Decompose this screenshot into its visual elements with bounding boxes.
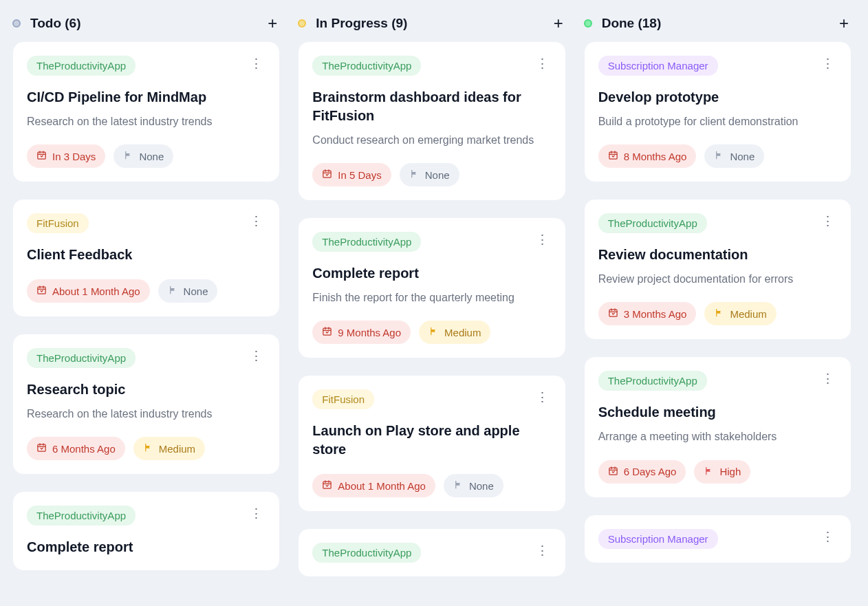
task-card[interactable]: FitFusion⋮Launch on Play store and apple… — [298, 375, 565, 512]
card-title: CI/CD Pipeline for MindMap — [27, 88, 265, 107]
due-date-chip[interactable]: 6 Days Ago — [598, 460, 686, 484]
add-card-button[interactable]: + — [550, 15, 567, 32]
priority-chip[interactable]: None — [113, 144, 173, 168]
status-dot-icon — [584, 19, 592, 28]
due-date-chip[interactable]: About 1 Month Ago — [27, 279, 150, 303]
task-card[interactable]: FitFusion⋮Client FeedbackAbout 1 Month A… — [12, 199, 280, 317]
card-top: Subscription Manager⋮ — [598, 529, 837, 549]
priority-text: Medium — [159, 443, 195, 455]
project-tag[interactable]: TheProductivityApp — [312, 543, 421, 563]
task-card[interactable]: TheProductivityApp⋮Complete reportFinish… — [298, 217, 565, 358]
project-tag[interactable]: Subscription Manager — [598, 529, 718, 549]
task-card[interactable]: Subscription Manager⋮ — [584, 515, 851, 563]
project-tag[interactable]: TheProductivityApp — [312, 232, 421, 252]
card-more-icon[interactable]: ⋮ — [533, 56, 552, 72]
project-tag[interactable]: Subscription Manager — [598, 56, 718, 76]
task-card[interactable]: TheProductivityApp⋮Research topicResearc… — [12, 334, 280, 475]
chip-row: About 1 Month AgoNone — [312, 474, 551, 497]
priority-chip[interactable]: High — [694, 460, 750, 484]
card-more-icon[interactable]: ⋮ — [533, 232, 552, 248]
add-card-button[interactable]: + — [835, 15, 853, 32]
project-tag[interactable]: TheProductivityApp — [27, 56, 135, 76]
task-card[interactable]: TheProductivityApp⋮ — [298, 528, 565, 577]
calendar-icon — [608, 150, 618, 162]
calendar-icon — [322, 326, 332, 338]
project-tag[interactable]: TheProductivityApp — [598, 213, 707, 233]
due-date-chip[interactable]: About 1 Month Ago — [312, 474, 435, 497]
priority-text: None — [425, 169, 450, 181]
priority-text: None — [184, 285, 208, 297]
card-top: TheProductivityApp⋮ — [312, 543, 551, 563]
card-title: Research topic — [27, 380, 265, 399]
chip-row: About 1 Month AgoNone — [27, 279, 265, 303]
status-dot-icon — [12, 19, 21, 28]
task-card[interactable]: TheProductivityApp⋮Complete report — [12, 491, 280, 571]
card-top: TheProductivityApp⋮ — [312, 232, 551, 252]
due-date-chip[interactable]: 6 Months Ago — [27, 437, 125, 460]
priority-text: None — [139, 151, 164, 162]
priority-chip[interactable]: None — [704, 144, 764, 168]
card-more-icon[interactable]: ⋮ — [247, 506, 265, 521]
project-tag[interactable]: TheProductivityApp — [598, 371, 707, 391]
column-scroll[interactable]: TheProductivityApp⋮Brainstorm dashboard … — [298, 41, 569, 592]
project-tag[interactable]: TheProductivityApp — [27, 506, 135, 526]
project-tag[interactable]: FitFusion — [312, 389, 374, 409]
priority-chip[interactable]: Medium — [133, 437, 205, 460]
card-description: Finish the report for the quarterly meet… — [312, 290, 551, 305]
card-title: Develop prototype — [598, 88, 837, 107]
card-more-icon[interactable]: ⋮ — [533, 543, 552, 559]
card-more-icon[interactable]: ⋮ — [818, 213, 837, 229]
project-tag[interactable]: FitFusion — [27, 213, 89, 233]
card-more-icon[interactable]: ⋮ — [818, 371, 837, 387]
column-todo: Todo (6)+TheProductivityApp⋮CI/CD Pipeli… — [12, 14, 284, 592]
chip-row: 9 Months AgoMedium — [312, 321, 551, 344]
column-title-wrap: In Progress (9) — [298, 16, 407, 31]
priority-chip[interactable]: None — [400, 163, 459, 186]
add-card-button[interactable]: + — [263, 15, 281, 32]
column-scroll[interactable]: Subscription Manager⋮Develop prototypeBu… — [584, 41, 856, 592]
priority-chip[interactable]: Medium — [419, 321, 490, 344]
project-tag[interactable]: TheProductivityApp — [312, 56, 421, 76]
card-top: TheProductivityApp⋮ — [27, 348, 265, 368]
task-card[interactable]: TheProductivityApp⋮CI/CD Pipeline for Mi… — [12, 41, 280, 182]
task-card[interactable]: TheProductivityApp⋮Schedule meetingArran… — [584, 356, 851, 497]
column-header: In Progress (9)+ — [298, 14, 569, 41]
calendar-icon — [36, 285, 47, 297]
due-date-chip[interactable]: In 3 Days — [27, 144, 105, 168]
due-date-chip[interactable]: 8 Months Ago — [598, 144, 697, 168]
column-title: In Progress (9) — [316, 16, 407, 31]
card-more-icon[interactable]: ⋮ — [818, 56, 837, 72]
priority-chip[interactable]: None — [444, 474, 503, 497]
card-more-icon[interactable]: ⋮ — [533, 389, 552, 405]
due-date-chip[interactable]: 9 Months Ago — [312, 321, 411, 344]
card-more-icon[interactable]: ⋮ — [247, 348, 265, 364]
priority-text: Medium — [730, 308, 766, 320]
task-card[interactable]: Subscription Manager⋮Develop prototypeBu… — [584, 41, 851, 182]
card-description: Research on the latest industry trends — [27, 113, 265, 129]
due-date-chip[interactable]: In 5 Days — [312, 163, 391, 186]
card-title: Review documentation — [598, 246, 837, 264]
column-done: Done (18)+Subscription Manager⋮Develop p… — [584, 14, 856, 592]
card-top: TheProductivityApp⋮ — [27, 506, 265, 526]
calendar-icon — [608, 307, 618, 320]
flag-icon — [123, 150, 133, 162]
priority-chip[interactable]: Medium — [704, 302, 776, 325]
card-more-icon[interactable]: ⋮ — [247, 213, 265, 229]
priority-chip[interactable]: None — [158, 279, 218, 303]
flag-icon — [409, 169, 420, 181]
card-more-icon[interactable]: ⋮ — [818, 529, 837, 545]
card-description: Build a prototype for client demonstrati… — [598, 113, 837, 129]
column-title: Done (18) — [602, 16, 662, 31]
due-date-chip[interactable]: 3 Months Ago — [598, 302, 697, 325]
card-more-icon[interactable]: ⋮ — [247, 56, 265, 72]
due-date-text: About 1 Month Ago — [338, 480, 426, 492]
card-title: Complete report — [27, 538, 265, 556]
due-date-text: 9 Months Ago — [338, 327, 401, 338]
calendar-icon — [608, 466, 618, 478]
status-dot-icon — [298, 19, 306, 28]
calendar-icon — [36, 150, 47, 162]
task-card[interactable]: TheProductivityApp⋮Review documentationR… — [584, 199, 851, 340]
task-card[interactable]: TheProductivityApp⋮Brainstorm dashboard … — [298, 41, 565, 201]
project-tag[interactable]: TheProductivityApp — [27, 348, 135, 368]
column-scroll[interactable]: TheProductivityApp⋮CI/CD Pipeline for Mi… — [12, 41, 284, 592]
